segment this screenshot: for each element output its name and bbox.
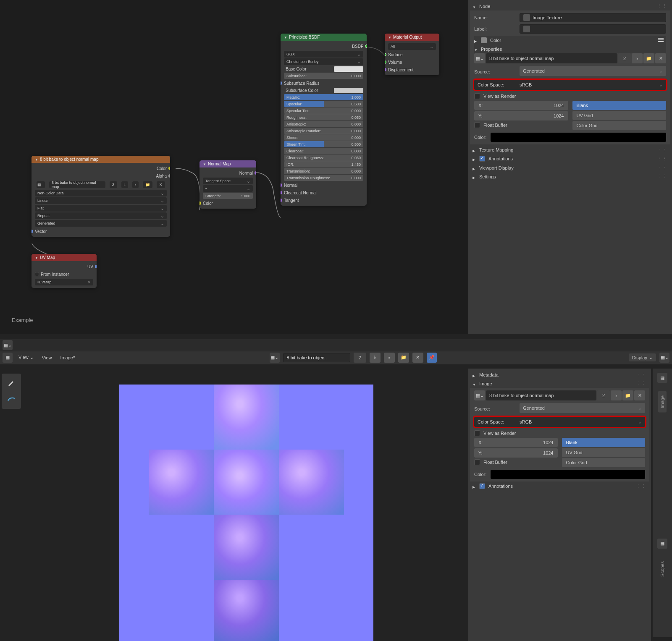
display-menu[interactable]: Display ⌄ [629, 353, 656, 361]
y-field[interactable]: Y:1024 [474, 111, 568, 120]
colorspace-dropdown[interactable]: Color Space: sRGB [474, 80, 666, 90]
extension-dropdown[interactable]: Repeat [35, 212, 167, 219]
image-name-field[interactable]: 8 bit bake to objec.. [283, 353, 350, 362]
anisotropic-slider[interactable]: Anisotropic:0.000 [284, 121, 363, 127]
fake-user-button[interactable]: ♭ [632, 53, 643, 63]
blank-button[interactable]: Blank [572, 101, 667, 110]
image-name-field[interactable]: 8 bit bake to object normal map [49, 181, 105, 188]
unlink-button[interactable]: ✕ [655, 53, 666, 63]
settings-header[interactable]: Settings⋮⋮ [470, 172, 670, 181]
sample-tool[interactable] [3, 374, 20, 390]
unlink-button[interactable]: ✕ [412, 353, 423, 363]
blank-button[interactable]: Blank [562, 438, 646, 447]
view-as-render-checkbox[interactable]: View as Render [474, 429, 645, 438]
color-grid-button[interactable]: Color Grid [572, 121, 667, 130]
annotate-tool[interactable] [3, 391, 20, 407]
clearcoat-slider[interactable]: Clearcoat:0.000 [284, 148, 363, 154]
channels-button[interactable]: ▦⌄ [659, 353, 669, 363]
specular-tint-slider[interactable]: Specular Tint:0.000 [284, 107, 363, 114]
clearcoat-roughness-slider[interactable]: Clearcoat Roughness:0.030 [284, 154, 363, 161]
properties-subsection[interactable]: Properties [474, 45, 666, 53]
view-menu-2[interactable]: View [39, 353, 55, 362]
fake-user-button[interactable]: ♭ [370, 353, 381, 363]
mode-button[interactable]: ▦ [3, 353, 13, 363]
node-material-output[interactable]: Material Output All Surface Volume Displ… [385, 34, 439, 75]
uvmap-field[interactable]: • UVMap✕ [35, 279, 93, 285]
strength-slider[interactable]: Strength:1.000 [203, 193, 253, 199]
sss-method-dropdown[interactable]: Christensen-Burley [284, 58, 363, 65]
image-users[interactable]: 2 [110, 181, 117, 188]
target-dropdown[interactable]: All [388, 43, 436, 50]
label-field[interactable] [520, 24, 666, 34]
float-buffer-checkbox[interactable]: Float Buffer [474, 458, 558, 467]
color-grid-button[interactable]: Color Grid [562, 458, 646, 467]
uvmap-dropdown[interactable]: • [203, 185, 253, 192]
distribution-dropdown[interactable]: GGX [284, 51, 363, 58]
y-field[interactable]: Y:1024 [474, 448, 558, 458]
new-button[interactable]: ▫ [384, 353, 395, 363]
image-users-button[interactable]: 2 [597, 390, 610, 400]
projection-dropdown[interactable]: Flat [35, 205, 167, 212]
node-title[interactable]: 8 bit bake to object normal map [32, 156, 170, 163]
view-as-render-checkbox[interactable]: View as Render [474, 92, 666, 101]
settings-icon-2[interactable]: ▦ [657, 539, 667, 549]
x-field[interactable]: X:1024 [474, 438, 558, 447]
float-buffer-checkbox[interactable]: Float Buffer [474, 120, 568, 130]
view-menu[interactable]: View ⌄ [16, 353, 36, 362]
image-users-button[interactable]: 2 [618, 53, 631, 63]
colorspace-dropdown[interactable]: Non-Color Data [35, 190, 167, 196]
sheen-slider[interactable]: Sheen:0.000 [284, 134, 363, 141]
node-section-header[interactable]: Node ⋮⋮ [470, 2, 670, 10]
image-browse-button[interactable]: ▦⌄ [474, 390, 485, 400]
metadata-header[interactable]: Metadata⋮⋮ [470, 370, 649, 379]
node-normal-map[interactable]: Normal Map Normal Tangent Space • Streng… [200, 160, 256, 209]
open-image-button[interactable]: 📁 [643, 53, 654, 63]
sheen-tint-slider[interactable]: Sheen Tint:0.500 [284, 141, 363, 147]
name-field[interactable]: Image Texture [520, 13, 666, 22]
annotations-header[interactable]: Annotations⋮⋮ [470, 481, 649, 491]
image-menu[interactable]: Image* [58, 353, 77, 362]
space-dropdown[interactable]: Tangent Space [203, 178, 253, 184]
color-swatch[interactable] [491, 470, 645, 479]
list-icon[interactable] [658, 38, 664, 43]
texture-mapping-header[interactable]: Texture Mapping⋮⋮ [470, 145, 670, 154]
source-dropdown[interactable]: Generated [520, 403, 645, 413]
node-title[interactable]: UV Map [32, 254, 97, 261]
node-title[interactable]: Principled BSDF [281, 34, 367, 41]
open-image-icon[interactable]: 📁 [143, 181, 152, 188]
unlink-button[interactable]: ✕ [634, 390, 645, 400]
editor-type-button[interactable]: ▦⌄ [3, 340, 13, 350]
image-browse-button[interactable]: ▦⌄ [270, 353, 280, 363]
image-tab[interactable]: Image [658, 391, 667, 413]
node-image-texture[interactable]: 8 bit bake to object normal map Color Al… [32, 156, 170, 237]
annotations-header[interactable]: Annotations⋮⋮ [470, 154, 670, 163]
color-checkbox[interactable] [481, 37, 487, 43]
image-canvas[interactable] [119, 385, 373, 641]
image-section-header[interactable]: Image⋮⋮ [470, 379, 649, 388]
subsurface-color-field[interactable]: Subsurface Color [284, 87, 363, 94]
viewport-display-header[interactable]: Viewport Display⋮⋮ [470, 163, 670, 172]
image-name-field[interactable]: 8 bit bake to object normal map [486, 53, 617, 63]
pin-button[interactable]: 📌 [427, 353, 437, 363]
base-color-field[interactable]: Base Color [284, 66, 363, 72]
source-dropdown[interactable]: Generated [35, 220, 167, 227]
transmission-slider[interactable]: Transmission:0.000 [284, 168, 363, 174]
color-swatch[interactable] [491, 133, 666, 142]
image-name-field[interactable]: 8 bit bake to object normal map [486, 390, 596, 400]
node-editor-viewport[interactable]: 8 bit bake to object normal map Color Al… [0, 0, 468, 334]
open-image-button[interactable]: 📁 [622, 390, 633, 400]
uv-grid-button[interactable]: UV Grid [562, 448, 646, 457]
settings-icon[interactable]: ▦ [657, 373, 667, 383]
node-principled-bsdf[interactable]: Principled BSDF BSDF GGX Christensen-Bur… [281, 34, 367, 206]
users-button[interactable]: 2 [354, 353, 366, 363]
fake-user-button[interactable]: ♭ [611, 390, 622, 400]
scopes-tab[interactable]: Scopes [658, 557, 667, 581]
x-field[interactable]: X:1024 [474, 101, 568, 110]
unlink-icon[interactable]: ✕ [157, 181, 165, 188]
new-image-icon[interactable]: ▫ [132, 181, 139, 188]
open-button[interactable]: 📁 [398, 353, 409, 363]
image-browse-button[interactable]: ▦⌄ [474, 53, 485, 63]
node-title[interactable]: Normal Map [200, 160, 256, 167]
ior-slider[interactable]: IOR:1.450 [284, 161, 363, 167]
metallic-slider[interactable]: Metallic:1.000 [284, 94, 363, 100]
